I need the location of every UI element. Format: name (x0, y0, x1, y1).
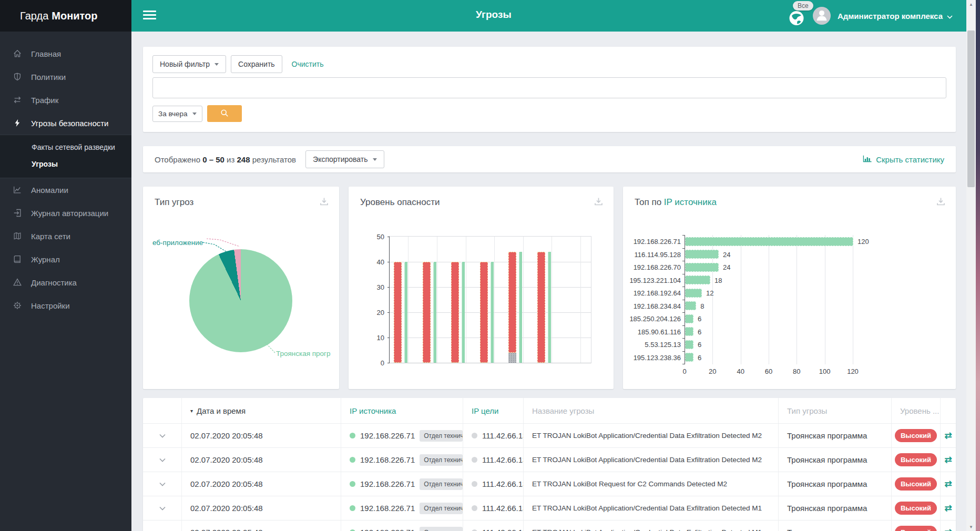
cell-datetime: 02.07.2020 20:05:48 (181, 424, 341, 447)
cell-threat-name: ET TROJAN LokiBot Application/Credential… (523, 496, 778, 520)
top-chart-dimension-link[interactable]: IP источника (664, 197, 717, 207)
table-row[interactable]: 02.07.2020 20:05:48192.168.226.71Отдел т… (143, 447, 956, 472)
top-ip-plot[interactable]: 020406080100120192.168.226.71120116.114.… (625, 235, 946, 381)
table-row[interactable]: 02.07.2020 20:05:48192.168.226.71Отдел т… (143, 520, 956, 531)
flow-details-icon[interactable]: ⇄ (944, 503, 952, 514)
scroll-up-icon[interactable]: ▲ (966, 0, 976, 8)
expand-row-chevron-icon[interactable] (159, 458, 166, 462)
bar-red (537, 252, 545, 363)
export-dropdown[interactable]: Экспортировать (305, 150, 384, 168)
download-chart-icon[interactable] (936, 197, 945, 208)
scrollbar-thumb[interactable] (967, 30, 975, 187)
sidebar-subitem[interactable]: Угрозы (0, 156, 131, 172)
flow-details-icon[interactable]: ⇄ (944, 478, 952, 489)
avatar[interactable] (813, 7, 831, 25)
sidebar-item-settings[interactable]: Настройки (0, 294, 131, 317)
flow-details-icon[interactable]: ⇄ (944, 430, 952, 441)
table-row[interactable]: 02.07.2020 20:05:48192.168.226.71Отдел т… (143, 496, 956, 520)
ip-row-label: 195.123.221.104 (625, 276, 681, 284)
sidebar-item-anomaly[interactable]: Аномалии (0, 178, 131, 201)
clear-filter-link[interactable]: Очистить (292, 60, 324, 68)
sidebar-item-traffic[interactable]: Трафик (0, 88, 131, 111)
cell-threat-name: ET TROJAN LokiBot Request for C2 Command… (523, 472, 778, 496)
x-tick-label: 0 (682, 367, 686, 375)
flow-details-icon[interactable]: ⇄ (944, 454, 952, 465)
period-dropdown[interactable]: За вчера (152, 106, 202, 122)
sidebar-item-bolt[interactable]: Угрозы безопасности (0, 111, 131, 135)
col-threat-name[interactable]: Название угрозы (523, 398, 778, 423)
ip-row-label: 195.123.238.36 (625, 353, 681, 361)
filter-query-input[interactable] (152, 77, 946, 98)
menu-toggle-button[interactable] (143, 11, 156, 22)
source-group-tag: Отдел технической по... (420, 527, 463, 531)
table-row[interactable]: 02.07.2020 20:05:48192.168.226.71Отдел т… (143, 472, 956, 496)
login-icon (13, 208, 22, 218)
expand-row-chevron-icon[interactable] (159, 482, 166, 486)
cell-threat-type: Троянская программа (778, 472, 891, 496)
scroll-down-icon[interactable]: ▼ (966, 523, 976, 531)
sidebar-item-shield[interactable]: Политики (0, 65, 131, 88)
cell-dst-ip: 111.42.66.133 (463, 520, 523, 531)
filter-preset-dropdown[interactable]: Новый фильтр (152, 55, 226, 73)
cell-src-ip: 192.168.226.71Отдел технической по... (341, 472, 463, 496)
cell-src-ip: 192.168.226.71Отдел технической по... (341, 520, 463, 531)
map-icon (13, 231, 22, 241)
x-tick-label: 20 (709, 367, 716, 375)
brand-logo: Гарда Монитор (0, 0, 131, 32)
cell-threat-name: ET TROJAN LokiBot Application/Credential… (523, 424, 778, 447)
col-dst-ip[interactable]: IP цели (463, 398, 523, 423)
sidebar-item-journal[interactable]: Журнал (0, 248, 131, 271)
save-filter-button[interactable]: Сохранить (231, 55, 282, 73)
hide-statistics-link[interactable]: Скрыть статистику (863, 155, 944, 164)
cell-src-ip: 192.168.226.71Отдел технической по... (341, 496, 463, 520)
pie-label-trojan: Троянская прогр (276, 350, 331, 358)
user-menu[interactable]: Администратор комплекса (838, 12, 953, 21)
y-tick-label: 20 (377, 309, 384, 316)
diagnostics-icon (13, 278, 22, 287)
bar-green (491, 262, 494, 363)
shield-icon (13, 72, 22, 81)
bar-green (519, 252, 522, 363)
table-header: ▾ Дата и время IP источника IP цели Назв… (143, 398, 956, 423)
ip-bar-value: 6 (698, 341, 701, 349)
bar-red (394, 262, 402, 363)
bar-green (433, 262, 436, 363)
results-summary: Отображено 0 – 50 из 248 результатов (155, 155, 296, 164)
scope-badge: Все (793, 1, 813, 11)
download-chart-icon[interactable] (320, 197, 329, 208)
col-threat-type[interactable]: Тип угрозы (778, 398, 891, 423)
expand-row-chevron-icon[interactable] (159, 434, 166, 438)
table-body: 02.07.2020 20:05:48192.168.226.71Отдел т… (143, 423, 956, 531)
results-bar: Отображено 0 – 50 из 248 результатов Экс… (143, 146, 956, 172)
flow-details-icon[interactable]: ⇄ (944, 527, 952, 531)
traffic-icon (13, 95, 22, 105)
cell-datetime: 02.07.2020 20:05:48 (181, 496, 341, 520)
sidebar-item-login[interactable]: Журнал авторизации (0, 201, 131, 224)
danger-level-plot[interactable]: 01020304050 (389, 236, 591, 363)
danger-level-chart-card: Уровень опасности 01020304050 (349, 187, 614, 389)
col-datetime[interactable]: ▾ Дата и время (181, 398, 341, 423)
scope-globe-button[interactable]: Все (787, 8, 806, 27)
brand-first: Гарда (20, 10, 48, 22)
sidebar-subitem[interactable]: Факты сетевой разведки (0, 139, 131, 156)
col-src-ip[interactable]: IP источника (341, 398, 463, 423)
sidebar-item-home[interactable]: Главная (0, 42, 131, 65)
sidebar-item-map[interactable]: Карта сети (0, 224, 131, 248)
bar-green (462, 262, 465, 363)
page-scrollbar[interactable]: ▲ ▼ (966, 0, 976, 531)
threat-type-pie[interactable] (189, 249, 292, 352)
ip-row-label: 185.250.204.126 (625, 315, 681, 323)
search-button[interactable] (207, 105, 242, 122)
sidebar: Гарда Монитор ГлавнаяПолитикиТрафикУгроз… (0, 0, 131, 531)
caret-down-icon (373, 158, 377, 161)
x-tick-label: 100 (819, 367, 831, 375)
download-chart-icon[interactable] (594, 197, 603, 208)
sidebar-item-diagnostics[interactable]: Диагностика (0, 271, 131, 294)
col-actions (940, 398, 956, 423)
page-title: Угрозы (476, 9, 512, 21)
col-level[interactable]: Уровень ... (891, 398, 940, 423)
y-tick-label: 50 (377, 233, 384, 241)
expand-row-chevron-icon[interactable] (159, 506, 166, 510)
cell-datetime: 02.07.2020 20:05:48 (181, 520, 341, 531)
table-row[interactable]: 02.07.2020 20:05:48192.168.226.71Отдел т… (143, 423, 956, 447)
